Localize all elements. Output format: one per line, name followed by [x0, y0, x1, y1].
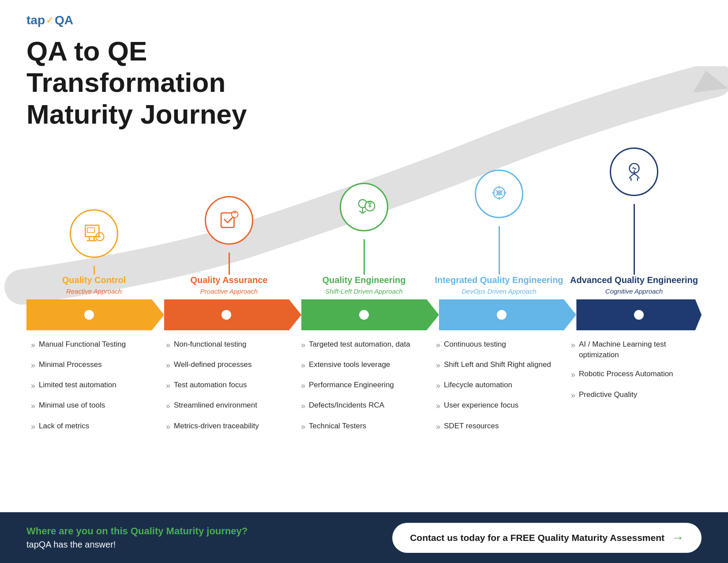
stage-3-labels: Quality Engineering Shift-Left Driven Ap… [323, 275, 406, 295]
bullet-2-2: » Well-defined processes [166, 359, 292, 371]
stage-1-column: Quality Control Reactive Approach [26, 209, 161, 299]
bullet-5-1: » AI / Machine Learning test optimizatio… [571, 339, 697, 360]
bullet-col-5: » AI / Machine Learning test optimizatio… [567, 339, 702, 410]
stage-5-name: Advanced Quality Engineering [570, 275, 698, 286]
bullet-text: AI / Machine Learning test optimization [579, 339, 697, 360]
bullet-text: Lack of metrics [39, 421, 89, 431]
stage-3-column: Quality Engineering Shift-Left Driven Ap… [296, 183, 432, 299]
bullet-4-4: » User experience focus [436, 400, 562, 412]
footer-answer: tapQA has the answer! [26, 540, 392, 550]
seg-dot-3 [359, 310, 369, 320]
stage-1-sub: Reactive Approach [62, 287, 126, 295]
stage-3-sub: Shift-Left Driven Approach [323, 287, 406, 295]
bullet-text: Predictive Quality [579, 389, 637, 400]
stage-2-column: Quality Assurance Proactive Approach [161, 196, 296, 299]
footer-cta-button[interactable]: Contact us today for a FREE Quality Matu… [392, 523, 702, 553]
content-area: Quality Control Reactive Approach Quali [0, 147, 728, 441]
bullet-5-2: » Robotic Process Automation [571, 369, 697, 380]
bullet-col-4: » Continuous testing » Shift Left and Sh… [432, 339, 567, 441]
bullet-text: Technical Testers [309, 421, 366, 431]
integrated-qe-icon [487, 181, 511, 206]
bullet-4-3: » Lifecycle automation [436, 380, 562, 391]
bullet-text: User experience focus [444, 400, 518, 411]
bullets-row: » Manual Functional Testing » Minimal Pr… [18, 330, 710, 441]
stage-4-sub: DevOps Driven Approach [435, 287, 563, 295]
bullet-arrow-icon: » [31, 421, 35, 432]
arrow-seg-3 [301, 299, 427, 330]
bullet-3-4: » Defects/Incidents RCA [301, 400, 427, 412]
stage-3-name: Quality Engineering [323, 275, 406, 286]
bullet-arrow-icon: » [166, 360, 170, 371]
seg-dot-2 [221, 310, 231, 320]
bullet-arrow-icon: » [166, 421, 170, 432]
bullet-arrow-icon: » [166, 340, 170, 351]
arrow-seg-5 [576, 299, 702, 330]
stage-5-labels: Advanced Quality Engineering Cognitive A… [570, 275, 698, 295]
stage-5-connector [634, 204, 635, 275]
bullet-arrow-icon: » [31, 401, 35, 412]
stage-2-name: Quality Assurance [191, 275, 268, 286]
footer-question: Where are you on this Quality Maturity j… [26, 525, 392, 537]
bullet-4-1: » Continuous testing [436, 339, 562, 351]
bullet-col-1: » Manual Functional Testing » Minimal Pr… [26, 339, 161, 441]
logo: tap ✓ QA [26, 13, 702, 27]
bullet-col-2: » Non-functional testing » Well-defined … [161, 339, 296, 441]
bullet-text: Lifecycle automation [444, 380, 512, 390]
bullet-5-3: » Predictive Quality [571, 389, 697, 401]
stage-2-sub: Proactive Approach [191, 287, 268, 295]
bullet-text: Minimal use of tools [39, 400, 105, 411]
quality-control-icon [82, 221, 106, 246]
bullet-4-2: » Shift Left and Shift Right aligned [436, 359, 562, 371]
stage-4-column: Integrated Quality Engineering DevOps Dr… [432, 170, 567, 299]
bullet-text: Manual Functional Testing [39, 339, 126, 350]
logo-qa-text: QA [55, 13, 73, 27]
bullet-1-1: » Manual Functional Testing [31, 339, 157, 351]
bullet-arrow-icon: » [301, 421, 305, 432]
stage-1-connector [94, 266, 95, 275]
bullet-arrow-icon: » [301, 340, 305, 351]
bullet-3-3: » Performance Engineering [301, 380, 427, 391]
bullet-text: Limited test automation [39, 380, 116, 390]
bullet-2-5: » Metrics-driven traceability [166, 421, 292, 432]
arrow-seg-1 [26, 299, 152, 330]
bullet-3-2: » Extensive tools leverage [301, 359, 427, 371]
stage-1-name: Quality Control [62, 275, 126, 286]
stage-3-icon-circle [340, 183, 388, 231]
bullet-arrow-icon: » [301, 360, 305, 371]
bullet-arrow-icon: » [31, 380, 35, 391]
advanced-qe-icon [622, 159, 646, 184]
bullet-arrow-icon: » [436, 380, 440, 391]
main-container: tap ✓ QA QA to QE Transformation Maturit… [0, 0, 728, 563]
bullet-arrow-icon: » [436, 421, 440, 432]
footer: Where are you on this Quality Maturity j… [0, 512, 728, 563]
stage-4-icon-circle [475, 170, 523, 218]
bullet-arrow-icon: » [571, 390, 575, 401]
stage-5-sub: Cognitive Approach [570, 287, 698, 295]
bullet-1-3: » Limited test automation [31, 380, 157, 391]
bullet-text: Continuous testing [444, 339, 506, 350]
bullet-text: Minimal Processes [39, 359, 102, 370]
bullet-arrow-icon: » [301, 380, 305, 391]
stage-5-column: Advanced Quality Engineering Cognitive A… [567, 147, 702, 299]
arrow-seg-2 [164, 299, 289, 330]
header: tap ✓ QA QA to QE Transformation Maturit… [0, 0, 728, 134]
bullet-arrow-icon: » [436, 340, 440, 351]
bullet-2-3: » Test automation focus [166, 380, 292, 391]
stage-3-connector [364, 239, 365, 275]
bullet-text: Extensive tools leverage [309, 359, 390, 370]
bullet-1-5: » Lack of metrics [31, 421, 157, 432]
svg-rect-5 [87, 228, 94, 233]
bullet-arrow-icon: » [436, 360, 440, 371]
bullet-arrow-icon: » [166, 380, 170, 391]
stage-1-icon-circle [70, 209, 118, 258]
bullet-text: Performance Engineering [309, 380, 394, 390]
quality-engineering-icon [352, 195, 376, 219]
bullet-text: SDET resources [444, 421, 499, 431]
bullet-arrow-icon: » [571, 369, 575, 380]
page-title: QA to QE Transformation Maturity Journey [26, 35, 335, 130]
bullet-1-4: » Minimal use of tools [31, 400, 157, 412]
footer-cta-arrow-icon: → [672, 531, 684, 545]
bullet-arrow-icon: » [571, 340, 575, 351]
bullet-text: Targeted test automation, data [309, 339, 410, 350]
footer-left: Where are you on this Quality Maturity j… [26, 525, 392, 550]
